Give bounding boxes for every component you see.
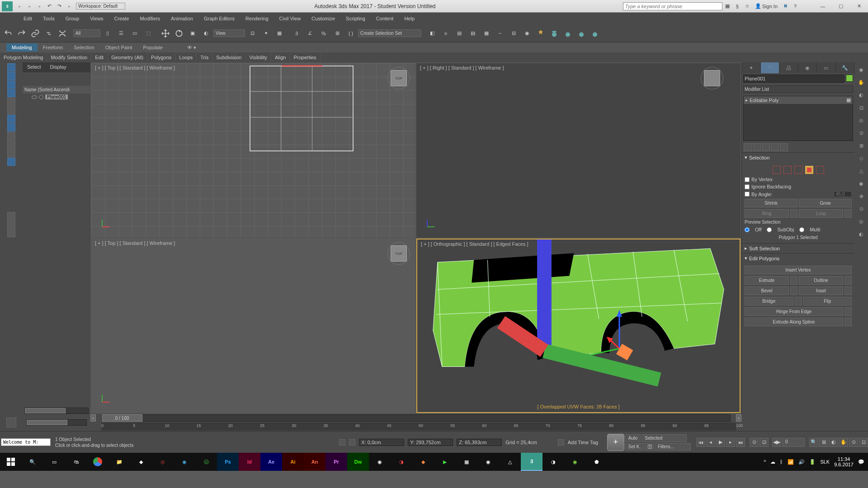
viewport-perspective[interactable]: [ + ] [ Orthographic ] [ Standard ] [ Ed…	[416, 239, 741, 413]
material-editor-button[interactable]: ◉	[521, 27, 533, 40]
app-icon-2[interactable]: ◎	[152, 453, 174, 471]
ring-spinner[interactable]	[790, 209, 797, 218]
tray-notifications-icon[interactable]: 💬	[858, 459, 864, 465]
viewcube-top2[interactable]: TOP	[387, 242, 410, 265]
next-frame-button[interactable]: ▸	[726, 438, 735, 447]
vptool-10[interactable]: ◉	[857, 179, 866, 188]
nav-orbit-button[interactable]: ⊙	[849, 438, 858, 447]
scene-tab-display[interactable]: Display	[46, 62, 71, 72]
viewcube-right[interactable]	[701, 67, 723, 89]
display-btn-3[interactable]	[7, 80, 15, 89]
ribbon-tab-objectpaint[interactable]: Object Paint	[100, 43, 138, 52]
x-icon[interactable]: ✖	[780, 1, 790, 11]
viewport-top[interactable]: [ + ] [ Top ] [ Standard ] [ Wireframe ]…	[91, 63, 415, 238]
viewport-top-label[interactable]: [ + ] [ Top ] [ Standard ] [ Wireframe ]	[95, 65, 175, 70]
app-logo[interactable]: 3	[2, 1, 13, 11]
nav-zoomall-button[interactable]: ⊞	[819, 438, 828, 447]
selection-filter-dropdown[interactable]: All	[73, 29, 100, 37]
object-color-swatch[interactable]	[846, 75, 853, 82]
rollout-soft-selection-head[interactable]: ▸ Soft Selection	[742, 244, 854, 253]
vptool-1[interactable]: ◉	[857, 65, 866, 74]
insert-vertex-button[interactable]: Insert Vertex	[745, 266, 852, 274]
subobj-edge-icon[interactable]	[783, 166, 792, 174]
time-config-button[interactable]: ⊡	[760, 438, 769, 447]
vptool-3[interactable]: ◐	[857, 90, 866, 99]
time-slider-handle[interactable]: 0 / 100	[102, 414, 142, 422]
auto-key-button[interactable]: Auto	[625, 434, 641, 442]
ribbon-modify-selection[interactable]: Modify Selection	[47, 53, 91, 61]
z-field[interactable]: Z: 65,393cm	[457, 439, 502, 446]
spinner-snap-button[interactable]: ⊞	[331, 27, 344, 40]
app-icon-9[interactable]: ▦	[456, 453, 477, 471]
outline-button[interactable]: Outline	[799, 276, 843, 285]
vptool-11[interactable]: ⊕	[857, 192, 866, 201]
ribbon-tab-selection[interactable]: Selection	[68, 43, 99, 52]
viewport-right[interactable]: [ + ] [ Right ] [ Standard ] [ Wireframe…	[416, 63, 741, 238]
by-angle-checkbox[interactable]	[745, 192, 750, 197]
set-key-mode-button[interactable]: Set K.	[625, 443, 644, 450]
preview-subobj-radio[interactable]	[767, 227, 772, 232]
project-icon[interactable]: ▫	[64, 1, 74, 11]
editor-button[interactable]: { }	[344, 27, 357, 40]
vptool-8[interactable]: ◇	[857, 154, 866, 163]
preview-multi-radio[interactable]	[799, 227, 804, 232]
bind-button[interactable]	[56, 27, 69, 40]
pin-stack-icon[interactable]	[744, 143, 752, 151]
ribbon-properties[interactable]: Properties	[290, 53, 320, 61]
undo-qat-icon[interactable]: ↶	[44, 1, 54, 11]
by-vertex-checkbox[interactable]	[745, 177, 750, 182]
grow-button[interactable]: Grow	[799, 199, 852, 207]
start-button[interactable]	[0, 453, 22, 471]
ribbon-tab-populate[interactable]: Populate	[137, 43, 168, 52]
ignore-backfacing-checkbox[interactable]	[745, 184, 750, 189]
display-btn-1[interactable]	[7, 63, 15, 71]
modifier-list-dropdown[interactable]: Modifier List	[743, 85, 853, 93]
dreamweaver-icon[interactable]: Dw	[347, 453, 369, 471]
app-icon-5[interactable]: ◉	[369, 453, 391, 471]
app-icon-4[interactable]: Ⓤ	[195, 453, 217, 471]
tab-utilities-icon[interactable]: 🔧	[836, 62, 855, 73]
app-icon-8[interactable]: ▶	[434, 453, 456, 471]
menu-create[interactable]: Create	[108, 14, 134, 23]
tab-hierarchy-icon[interactable]: 品	[779, 62, 798, 73]
display-btn-10[interactable]	[7, 141, 15, 149]
configure-icon[interactable]	[780, 143, 788, 151]
schematic-button[interactable]: ⊟	[507, 27, 520, 40]
maximize-button[interactable]: ▢	[832, 0, 850, 12]
freeze-icon[interactable]	[39, 95, 43, 99]
select-window-button[interactable]: ⬚	[142, 27, 155, 40]
select-object-button[interactable]: ▯	[101, 27, 114, 40]
bevel-button[interactable]: Bevel	[745, 286, 789, 295]
tray-batt-icon[interactable]: 🔋	[809, 459, 816, 465]
menu-group[interactable]: Group	[60, 14, 85, 23]
animate-icon[interactable]: An	[304, 453, 326, 471]
menu-grapheditors[interactable]: Graph Editors	[198, 14, 240, 23]
app-icon-13[interactable]: ◉	[564, 453, 586, 471]
hinge-settings[interactable]	[844, 307, 852, 316]
app-icon-7[interactable]: ◆	[412, 453, 434, 471]
maxscript-listener[interactable]: Welcome to M:	[1, 438, 51, 446]
display-btn-5[interactable]	[7, 98, 15, 106]
help-icon[interactable]: ?	[790, 1, 800, 11]
ribbon-button[interactable]: ▦	[480, 27, 493, 40]
loop-button[interactable]: Loop	[799, 209, 843, 218]
redo-button[interactable]	[15, 27, 28, 40]
abs-rel-icon[interactable]	[349, 439, 355, 446]
goto-end-button[interactable]: ⏭	[736, 438, 745, 447]
menu-scripting[interactable]: Scripting	[340, 14, 371, 23]
display-btn-7[interactable]	[7, 115, 15, 123]
vptool-6[interactable]: ⊙	[857, 128, 866, 137]
manipulate-button[interactable]: ✦	[259, 27, 272, 40]
app-icon-3[interactable]: ◉	[174, 453, 195, 471]
subobj-element-icon[interactable]	[816, 166, 824, 174]
viewport-top2-label[interactable]: [ + ] [ Top ] [ Standard ] [ Wireframe ]	[95, 240, 175, 246]
outline-settings[interactable]	[844, 276, 852, 285]
menu-animation[interactable]: Animation	[165, 14, 198, 23]
chrome-icon[interactable]	[87, 453, 108, 471]
y-field[interactable]: Y: 293,752cm	[408, 439, 453, 446]
key-filters-button[interactable]: Filters...	[655, 443, 691, 450]
ribbon-subdivision[interactable]: Subdivision	[212, 53, 245, 61]
make-unique-icon[interactable]	[762, 143, 770, 151]
time-ruler[interactable]: 0510152025303540455055606570758085909510…	[101, 422, 736, 431]
premiere-icon[interactable]: Pr	[326, 453, 347, 471]
